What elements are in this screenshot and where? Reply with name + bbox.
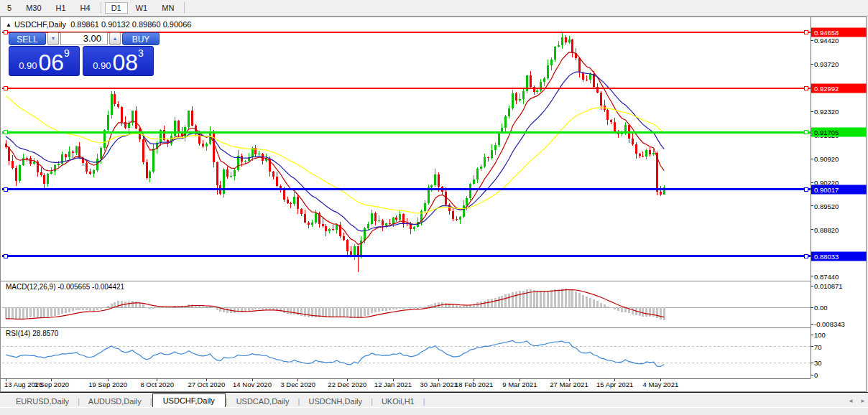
date-axis-label: 27 Mar 2021 — [550, 381, 588, 388]
sell-price-pip: 9 — [64, 48, 70, 58]
tab-separator: | — [423, 396, 425, 408]
date-axis-label: 15 Apr 2021 — [596, 381, 633, 388]
tab-usdchf[interactable]: USDCHF,Daily — [152, 393, 226, 408]
macd-label: MACD(12,26,9) -0.005665 -0.004421 — [6, 283, 124, 291]
date-axis-label: 14 Nov 2020 — [233, 381, 272, 388]
volume-decrease-button[interactable]: ▼ — [47, 32, 59, 45]
toolbar-divider — [184, 2, 185, 14]
rsi-axis-tick: 0 — [814, 371, 818, 379]
macd-axis-tick: 0.010871 — [814, 282, 843, 290]
rsi-label: RSI(14) 28.8570 — [6, 330, 58, 337]
date-axis-label: 27 Oct 2020 — [188, 381, 225, 388]
timeframe-button-d1[interactable]: D1 — [105, 2, 128, 14]
price-axis-tick: 0.92320 — [814, 108, 839, 116]
timeframe-button-m30[interactable]: M30 — [19, 2, 47, 14]
date-axis-label: 1 Sep 2020 — [34, 381, 69, 388]
tab-usdcad[interactable]: USDCAD,Daily — [228, 396, 298, 408]
collapse-triangle-icon[interactable]: ▲ — [6, 22, 11, 28]
tab-audusd[interactable]: AUDUSD,Daily — [80, 396, 150, 408]
chart-title: ▲USDCHF,Daily 0.89861 0.90132 0.89860 0.… — [6, 20, 191, 29]
volume-increase-button[interactable]: ▲ — [109, 32, 121, 45]
rsi-name: RSI(14) — [6, 330, 30, 337]
ohlc-values: 0.89861 0.90132 0.89860 0.90066 — [70, 20, 191, 29]
tab-ukoil[interactable]: UKOil,H1 — [373, 396, 423, 408]
timeframe-button-5[interactable]: 5 — [1, 2, 18, 14]
price-axis-tick: 0.93720 — [814, 60, 839, 68]
symbol-label: USDCHF,Daily — [14, 20, 66, 29]
rsi-axis-tick: 100 — [814, 331, 826, 339]
date-axis-label: 4 May 2021 — [643, 381, 679, 388]
macd-values: -0.005665 -0.004421 — [57, 283, 124, 291]
buy-price-main: 08 — [112, 52, 138, 73]
date-axis-label: 22 Dec 2020 — [328, 381, 366, 388]
price-level-tag[interactable]: 0.90017 — [811, 185, 867, 194]
price-axis-tick: 0.87440 — [814, 272, 839, 280]
timeframe-button-mn[interactable]: MN — [155, 2, 180, 14]
buy-price-pip: 3 — [138, 48, 144, 58]
date-axis-label: 9 Mar 2021 — [502, 381, 537, 388]
price-axis-tick: 0.90920 — [814, 155, 839, 163]
volume-input[interactable]: 3.00 — [60, 32, 108, 45]
price-level-tag[interactable]: 0.94658 — [811, 28, 867, 37]
buy-price-base: 0.90 — [93, 59, 111, 73]
timeframe-button-h4[interactable]: H4 — [74, 2, 97, 14]
date-axis-label: 19 Sep 2020 — [88, 381, 127, 388]
date-axis-label: 3 Dec 2020 — [280, 381, 315, 388]
tab-eurusd[interactable]: EURUSD,Daily — [7, 396, 78, 408]
tab-usdcnh[interactable]: USDCNH,Daily — [300, 396, 371, 408]
price-axis-tick: 0.94420 — [814, 37, 839, 45]
buy-price-display[interactable]: 0.90 08 3 — [83, 46, 154, 76]
one-click-trade-panel: SELL ▼ 3.00 ▲ BUY 0.90 06 9 0.90 08 3 — [9, 32, 160, 76]
rsi-axis-tick: 30 — [814, 359, 822, 367]
price-level-tag[interactable]: 0.92992 — [811, 84, 867, 93]
sell-button[interactable]: SELL — [9, 32, 46, 45]
buy-button[interactable]: BUY — [122, 32, 160, 45]
sell-price-base: 0.90 — [19, 59, 37, 73]
date-axis-label: 18 Feb 2021 — [455, 381, 493, 388]
tab-scroll-left-icon[interactable]: ◄ — [848, 398, 854, 404]
rsi-value: 28.8570 — [32, 330, 58, 337]
macd-name: MACD(12,26,9) — [6, 283, 55, 291]
timeframe-toolbar: 5M30H1H4D1W1MN — [0, 0, 868, 17]
timeframe-button-w1[interactable]: W1 — [129, 2, 154, 14]
sell-price-main: 06 — [38, 52, 64, 73]
date-axis-label: 8 Oct 2020 — [140, 381, 173, 388]
toolbar-divider — [101, 2, 101, 14]
timeframe-button-h1[interactable]: H1 — [50, 2, 73, 14]
macd-axis-tick: -0.008343 — [814, 320, 845, 328]
rsi-axis-tick: 70 — [814, 342, 822, 350]
price-level-tag[interactable]: 0.91705 — [811, 128, 867, 137]
sell-price-display[interactable]: 0.90 06 9 — [9, 46, 80, 76]
price-level-tag[interactable]: 0.88033 — [811, 251, 867, 261]
bottom-strip — [0, 407, 868, 415]
price-axis-tick: 0.88820 — [814, 225, 839, 233]
macd-axis-tick: 0.00 — [814, 304, 828, 312]
price-axis-tick: 0.89520 — [814, 202, 839, 210]
tab-scroll-right-icon[interactable]: ► — [860, 398, 866, 404]
date-axis-label: 12 Jan 2021 — [374, 381, 412, 388]
date-axis-label: 30 Jan 2021 — [420, 381, 458, 388]
chart-tab-bar: EURUSD,Daily|AUDUSD,Daily|USDCHF,Daily|U… — [0, 392, 868, 408]
